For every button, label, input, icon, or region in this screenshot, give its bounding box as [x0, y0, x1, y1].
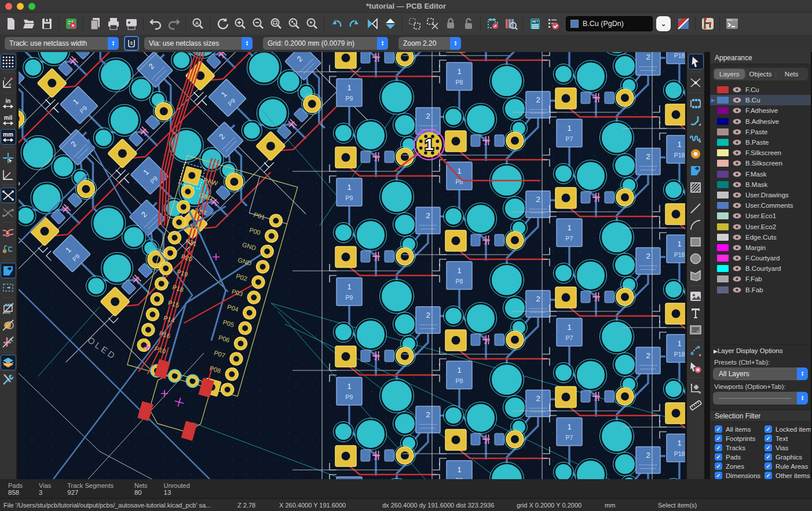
- grid-dropdown[interactable]: Grid: 0.2000 mm (0.0079 in) ▲▼: [263, 37, 388, 50]
- pcb-board-view[interactable]: 1P921P921P921P921P921P921P921P92RAWP01GN…: [19, 52, 685, 479]
- rotate-ccw-icon[interactable]: [328, 15, 345, 32]
- checkbox-checked[interactable]: ✓: [765, 425, 772, 433]
- layer-row-b-mask[interactable]: B.Mask: [710, 179, 811, 190]
- layer-color-swatch[interactable]: [717, 275, 729, 282]
- layer-row-f-adhesive[interactable]: F.Adhesive: [710, 105, 811, 116]
- units-in-icon[interactable]: in: [1, 95, 16, 111]
- layer-visibility-eye-icon[interactable]: [733, 234, 741, 240]
- layer-row-f-mask[interactable]: F.Mask: [710, 169, 811, 179]
- zoom-out-icon[interactable]: [250, 15, 266, 32]
- tab-objects[interactable]: Objects: [745, 69, 776, 79]
- pads-hide-icon[interactable]: [1, 317, 16, 333]
- layer-color-swatch[interactable]: [717, 171, 729, 178]
- layer-visibility-eye-icon[interactable]: [733, 119, 741, 124]
- duplicate-icon[interactable]: [87, 15, 104, 32]
- via-size-dropdown[interactable]: Via: use netclass sizes ▲▼: [144, 37, 253, 50]
- flip-horizontal-icon[interactable]: [364, 15, 381, 32]
- route-tracks-icon[interactable]: [688, 112, 704, 128]
- layer-visibility-eye-icon[interactable]: [733, 87, 741, 93]
- layer-visibility-eye-icon[interactable]: [733, 129, 741, 135]
- layer-visibility-eye-icon[interactable]: [733, 182, 741, 188]
- layer-color-swatch[interactable]: [717, 160, 729, 167]
- zoom-in-icon[interactable]: [232, 15, 248, 32]
- add-footprint-icon[interactable]: [688, 95, 704, 111]
- probe-net-icon[interactable]: [688, 75, 704, 90]
- layer-row-b-courtyard[interactable]: B.Courtyard: [710, 263, 811, 274]
- edit-footprints-icon[interactable]: [484, 15, 501, 32]
- tune-length-icon[interactable]: [688, 129, 704, 145]
- draw-rect-icon[interactable]: [688, 234, 704, 249]
- polar-coords-icon[interactable]: rθ: [1, 75, 16, 90]
- drc-check-icon[interactable]: [544, 15, 561, 32]
- unlock-icon[interactable]: [460, 15, 477, 32]
- checkbox-checked[interactable]: ✓: [765, 435, 772, 442]
- checkbox-checked[interactable]: ✓: [715, 453, 722, 461]
- tab-nets[interactable]: Nets: [776, 69, 807, 79]
- layer-visibility-eye-icon[interactable]: [733, 160, 741, 166]
- properties-tools-icon[interactable]: [1, 372, 16, 387]
- delete-tool-icon[interactable]: [688, 359, 704, 375]
- layer-visibility-eye-icon[interactable]: [733, 287, 741, 293]
- via-size-spinner[interactable]: ▲▼: [242, 37, 253, 50]
- layer-row-user-comments[interactable]: User.Comments: [710, 200, 811, 211]
- layer-row-user-drawings[interactable]: User.Drawings: [710, 190, 811, 200]
- pcb-canvas[interactable]: 1P921P921P921P921P921P921P921P92RAWP01GN…: [19, 52, 685, 479]
- tracks-hide-icon[interactable]: [1, 334, 16, 350]
- open-file-icon[interactable]: [20, 15, 37, 32]
- mirror-vertical-icon[interactable]: [382, 15, 398, 32]
- add-dimension-icon[interactable]: [688, 343, 704, 358]
- track-width-dropdown[interactable]: Track: use netclass width ▲▼: [5, 37, 119, 50]
- checkbox-checked[interactable]: ✓: [715, 472, 722, 479]
- layer-color-swatch[interactable]: [717, 107, 729, 114]
- lock-icon[interactable]: [442, 15, 459, 32]
- search-library-icon[interactable]: [502, 15, 519, 32]
- layer-visibility-eye-icon[interactable]: [733, 276, 741, 282]
- grid-toggle-icon[interactable]: [1, 54, 16, 69]
- layer-visibility-eye-icon[interactable]: [733, 97, 741, 103]
- new-file-icon[interactable]: [2, 15, 19, 32]
- ungroup-icon[interactable]: [424, 15, 441, 32]
- draw-polygon-icon[interactable]: [688, 267, 704, 283]
- filter-dimensions[interactable]: ✓Dimensions: [715, 472, 765, 479]
- units-mm-icon[interactable]: mm: [1, 129, 16, 145]
- rule-area-icon[interactable]: [688, 179, 704, 195]
- find-icon[interactable]: A: [189, 15, 206, 32]
- layer-row-b-adhesive[interactable]: B.Adhesive: [710, 116, 811, 127]
- layers-dim-icon[interactable]: [1, 355, 16, 370]
- grid-spinner[interactable]: ▲▼: [377, 37, 388, 50]
- undo-icon[interactable]: [147, 15, 164, 32]
- layer-visibility-eye-icon[interactable]: [733, 245, 741, 251]
- layer-color-swatch[interactable]: [717, 128, 729, 135]
- tab-layers[interactable]: Layers: [714, 69, 745, 79]
- filter-all-items[interactable]: ✓All items: [715, 425, 765, 433]
- layer-pair-icon[interactable]: [675, 15, 692, 32]
- layer-row-user-eco1[interactable]: User.Eco1: [710, 211, 811, 221]
- zoom-spinner[interactable]: ▲▼: [450, 37, 461, 50]
- layer-color-swatch[interactable]: [717, 286, 729, 293]
- add-text-icon[interactable]: [688, 305, 704, 321]
- rotate-cw-icon[interactable]: [346, 15, 363, 32]
- checkbox-checked[interactable]: ✓: [715, 435, 722, 442]
- free-angle-icon[interactable]: [1, 167, 16, 182]
- layer-color-swatch[interactable]: [717, 181, 729, 188]
- checkbox-checked[interactable]: ✓: [765, 462, 772, 470]
- drill-origin-icon[interactable]: [688, 380, 704, 396]
- layer-visibility-eye-icon[interactable]: [733, 192, 741, 198]
- units-mil-icon[interactable]: mil: [1, 112, 16, 128]
- draw-arc-icon[interactable]: [688, 217, 704, 233]
- presets-dropdown[interactable]: All Layers ▲▼: [713, 367, 808, 380]
- checkbox-checked[interactable]: ✓: [765, 453, 772, 461]
- layer-color-swatch[interactable]: [717, 244, 729, 251]
- layer-row-b-fab[interactable]: B.Fab: [710, 285, 811, 295]
- select-arrow-icon[interactable]: [688, 54, 704, 69]
- filter-other-items[interactable]: ✓Other items: [765, 472, 811, 479]
- net-inspector-icon[interactable]: NET: [526, 15, 543, 32]
- layer-row-margin[interactable]: Margin: [710, 242, 811, 253]
- layer-visibility-eye-icon[interactable]: [733, 139, 741, 145]
- checkbox-checked[interactable]: ✓: [715, 425, 722, 433]
- save-icon[interactable]: [38, 15, 55, 32]
- layer-color-swatch[interactable]: [717, 234, 729, 241]
- layer-color-swatch[interactable]: [717, 118, 729, 125]
- add-via-icon[interactable]: [688, 146, 704, 161]
- viewports-dropdown[interactable]: ▲▼: [713, 392, 808, 405]
